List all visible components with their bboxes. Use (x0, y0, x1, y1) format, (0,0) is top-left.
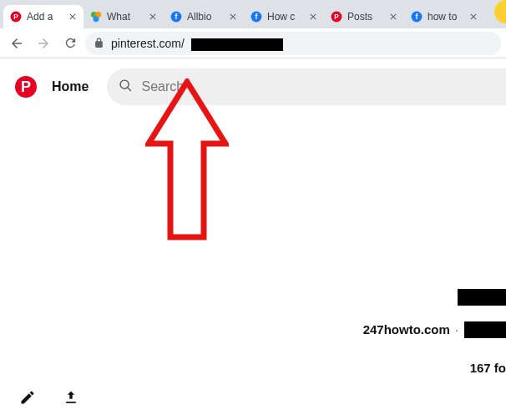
redacted-block (464, 321, 506, 338)
reload-button[interactable] (58, 32, 82, 55)
tab-close-icon[interactable] (67, 11, 78, 23)
browser-tab-4[interactable]: P Posts (324, 5, 404, 28)
favicon-facebook-icon: f (410, 10, 423, 23)
tab-title: Posts (347, 11, 386, 23)
pinterest-header: P Home (0, 58, 506, 115)
svg-text:P: P (334, 13, 339, 21)
svg-text:f: f (416, 13, 418, 21)
share-button[interactable] (60, 387, 82, 408)
profile-website-line: 247howto.com· (363, 322, 462, 337)
home-nav[interactable]: Home (52, 79, 89, 94)
tab-title: how to (428, 11, 466, 23)
address-bar[interactable]: pinterest.com/ (85, 32, 501, 55)
separator-dot: · (455, 322, 458, 337)
page-content: P Home 247howto.com· 167 fo (0, 58, 506, 420)
tab-close-icon[interactable] (468, 11, 479, 23)
favicon-pinterest-icon: P (330, 10, 343, 23)
forward-button[interactable] (32, 32, 55, 55)
redacted-block (458, 289, 506, 306)
upload-icon (63, 389, 79, 406)
favicon-facebook-icon: f (250, 10, 263, 23)
profile-website[interactable]: 247howto.com (363, 322, 450, 337)
tab-title: Add a (27, 11, 65, 23)
followers-count: 167 fo (470, 361, 506, 375)
tab-close-icon[interactable] (387, 11, 399, 23)
svg-text:f: f (175, 13, 178, 21)
svg-text:f: f (256, 13, 258, 21)
browser-toolbar: pinterest.com/ (0, 28, 506, 58)
redacted-url-segment (191, 38, 283, 51)
partial-tab-favicon (494, 0, 506, 23)
browser-tab-1[interactable]: What (83, 5, 164, 28)
search-input[interactable] (141, 79, 506, 94)
tab-title: What (107, 11, 145, 23)
edit-button[interactable] (17, 387, 38, 408)
browser-tab-2[interactable]: f Allbio (164, 5, 244, 28)
tab-title: How c (267, 11, 306, 23)
favicon-generic-icon (89, 10, 103, 23)
pinterest-logo-icon[interactable]: P (15, 76, 37, 98)
tab-title: Allbio (187, 11, 225, 23)
profile-action-bar (17, 387, 82, 408)
search-field-wrap[interactable] (107, 68, 506, 105)
browser-tab-5[interactable]: f how to (404, 5, 484, 28)
favicon-pinterest-icon: P (9, 10, 23, 23)
tab-close-icon[interactable] (227, 11, 239, 23)
tab-close-icon[interactable] (147, 11, 159, 23)
search-icon (119, 78, 133, 96)
browser-tab-0[interactable]: P Add a (3, 5, 83, 28)
lock-icon (94, 38, 104, 48)
browser-tab-strip: P Add a What f Allbio f How c P Posts f (0, 0, 506, 28)
svg-text:P: P (13, 13, 18, 21)
url-text: pinterest.com/ (111, 37, 185, 50)
svg-point-4 (94, 16, 99, 22)
browser-tab-3[interactable]: f How c (244, 5, 324, 28)
pencil-icon (19, 389, 36, 406)
favicon-facebook-icon: f (170, 10, 183, 23)
tab-close-icon[interactable] (307, 11, 319, 23)
back-button[interactable] (5, 32, 28, 55)
